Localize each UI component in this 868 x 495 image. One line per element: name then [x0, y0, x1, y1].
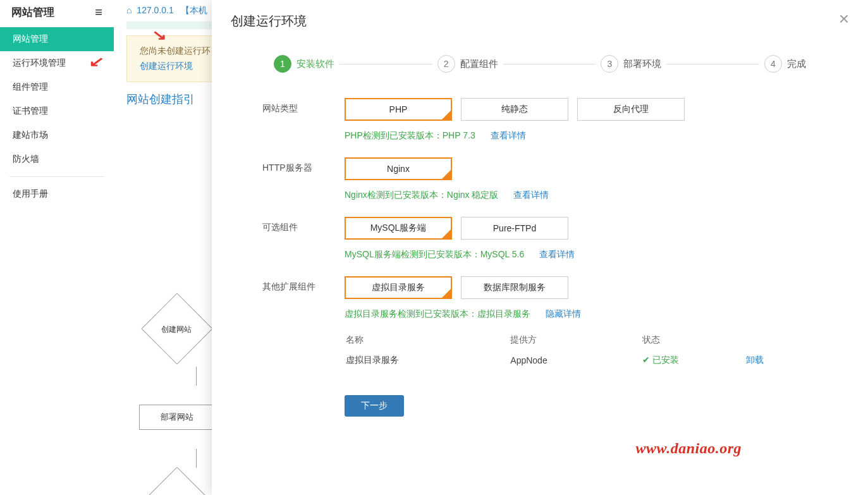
arrow-icon: ↘ — [152, 27, 166, 44]
table-row: 虚拟目录服务 AppNode ✔已安装 卸载 — [346, 351, 816, 370]
hamburger-icon[interactable]: ≡ — [95, 5, 102, 20]
detect-text: Nginx检测到已安装版本：Nginx 稳定版 — [345, 190, 498, 200]
label-optional: 可选组件 — [262, 217, 345, 233]
sidebar-item-env-mgmt[interactable]: 运行环境管理 ↙ — [0, 51, 114, 75]
sidebar-item-market[interactable]: 建站市场 — [0, 123, 114, 147]
step-config[interactable]: 2 配置组件 — [432, 55, 503, 73]
row-http-server: HTTP服务器 Nginx Nginx检测到已安装版本：Nginx 稳定版 查看… — [262, 157, 817, 201]
option-static[interactable]: 纯静态 — [461, 98, 568, 121]
uninstall-link[interactable]: 卸载 — [746, 355, 764, 365]
detect-text: MySQL服务端检测到已安装版本：MySQL 5.6 — [345, 249, 524, 259]
close-icon[interactable]: × — [839, 13, 849, 25]
step-deploy[interactable]: 3 部署环境 — [596, 55, 666, 73]
cell-status: ✔已安装 — [642, 351, 745, 370]
home-icon[interactable]: ⌂ — [126, 5, 131, 15]
sidebar-title: 网站管理 — [11, 5, 54, 20]
divider — [9, 176, 104, 177]
row-optional: 可选组件 MySQL服务端 Pure-FTPd MySQL服务端检测到已安装版本… — [262, 217, 817, 260]
th-action — [746, 331, 816, 350]
check-icon: ✔ — [642, 355, 650, 365]
step-install[interactable]: 1 安装软件 — [269, 55, 339, 73]
next-button[interactable]: 下一步 — [345, 395, 404, 417]
diagram-node: 部署网站 — [139, 405, 215, 430]
sidebar-header: 网站管理 ≡ — [0, 0, 114, 27]
th-status: 状态 — [642, 331, 745, 350]
option-nginx[interactable]: Nginx — [345, 157, 452, 180]
detect-text: PHP检测到已安装版本：PHP 7.3 — [345, 130, 475, 140]
th-name: 名称 — [346, 331, 509, 350]
detail-link[interactable]: 查看详情 — [513, 190, 549, 200]
steps: 1 安装软件 2 配置组件 3 部署环境 4 完成 — [269, 55, 811, 73]
option-php[interactable]: PHP — [345, 98, 452, 121]
modal-title: 创建运行环境 — [231, 13, 307, 30]
arrow-icon: ↙ — [89, 54, 104, 70]
option-dblimit[interactable]: 数据库限制服务 — [461, 276, 568, 299]
sidebar-item-cert[interactable]: 证书管理 — [0, 99, 114, 123]
label-extension: 其他扩展组件 — [262, 276, 345, 293]
diagram-node: 创建网站 — [141, 293, 212, 364]
step-finish[interactable]: 4 完成 — [759, 55, 811, 73]
sidebar-item-manual[interactable]: 使用手册 — [0, 182, 114, 206]
option-mysql[interactable]: MySQL服务端 — [345, 217, 452, 240]
extension-details-table: 名称 提供方 状态 虚拟目录服务 AppNode ✔已安装 卸载 — [345, 329, 817, 371]
sidebar: 网站管理 ≡ 网站管理 运行环境管理 ↙ 组件管理 证书管理 建站市场 防火墙 … — [0, 0, 114, 495]
option-proxy[interactable]: 反向代理 — [577, 98, 685, 121]
cell-name: 虚拟目录服务 — [346, 351, 509, 370]
sidebar-item-firewall[interactable]: 防火墙 — [0, 147, 114, 171]
cell-provider: AppNode — [510, 351, 641, 370]
detail-link[interactable]: 查看详情 — [491, 130, 526, 140]
modal-body: 1 安装软件 2 配置组件 3 部署环境 4 完成 网站类型 PHP 纯静 — [212, 30, 868, 429]
sidebar-item-component[interactable]: 组件管理 — [0, 75, 114, 99]
create-env-modal: 创建运行环境 × 1 安装软件 2 配置组件 3 部署环境 4 完成 网站 — [212, 0, 868, 495]
option-vdir[interactable]: 虚拟目录服务 — [345, 276, 452, 299]
hide-detail-link[interactable]: 隐藏详情 — [546, 309, 581, 319]
option-pureftpd[interactable]: Pure-FTPd — [461, 217, 568, 240]
detail-link[interactable]: 查看详情 — [539, 249, 575, 259]
th-provider: 提供方 — [510, 331, 641, 350]
row-extension: 其他扩展组件 虚拟目录服务 数据库限制服务 虚拟目录服务检测到已安装版本：虚拟目… — [262, 276, 817, 371]
label-http-server: HTTP服务器 — [262, 157, 345, 174]
watermark: www.daniao.org — [636, 440, 742, 457]
label-site-type: 网站类型 — [262, 98, 345, 114]
diagram-node — [141, 467, 212, 495]
row-site-type: 网站类型 PHP 纯静态 反向代理 PHP检测到已安装版本：PHP 7.3 查看… — [262, 98, 817, 142]
flow-diagram: 创建网站 部署网站 — [139, 291, 215, 495]
detect-text: 虚拟目录服务检测到已安装版本：虚拟目录服务 — [345, 309, 530, 319]
sidebar-item-site-mgmt[interactable]: 网站管理 — [0, 27, 114, 51]
modal-header: 创建运行环境 × — [212, 0, 868, 30]
